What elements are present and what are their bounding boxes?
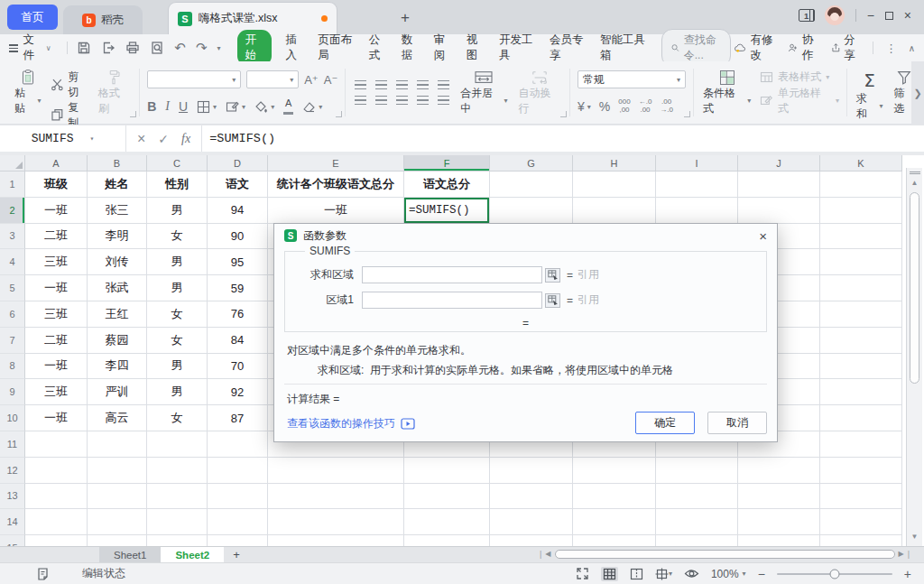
cell-I15[interactable]: [656, 535, 738, 546]
record-status-icon[interactable]: [36, 567, 51, 581]
align-top-icon[interactable]: [355, 80, 366, 89]
cancel-entry-icon[interactable]: ×: [137, 131, 145, 147]
merge-center-button[interactable]: 合并居中▾: [458, 68, 509, 118]
name-box-dropdown-icon[interactable]: ▾: [89, 134, 94, 143]
cell-G14[interactable]: [490, 509, 573, 535]
cell-D14[interactable]: [208, 509, 268, 535]
share-button[interactable]: 分享: [831, 32, 862, 63]
row-header-1[interactable]: 1: [0, 171, 25, 198]
cancel-button[interactable]: 取消: [707, 412, 767, 434]
cell-H12[interactable]: [573, 458, 656, 484]
cell-I12[interactable]: [656, 458, 738, 484]
range-picker-icon[interactable]: [545, 293, 560, 308]
cell-B11[interactable]: [88, 431, 147, 458]
font-dialog-launcher[interactable]: [336, 111, 342, 117]
row-header-2[interactable]: 2: [0, 198, 25, 224]
cell-I13[interactable]: [656, 484, 738, 510]
column-header-K[interactable]: K: [820, 155, 902, 171]
cell-A15[interactable]: [25, 535, 88, 546]
window-manager-badge[interactable]: 1: [799, 9, 814, 22]
cell-J12[interactable]: [738, 458, 820, 484]
cell-F14[interactable]: [404, 509, 490, 535]
currency-format-button[interactable]: ¥▾: [578, 99, 591, 114]
new-document-tab-button[interactable]: +: [401, 9, 410, 27]
cell-D1[interactable]: 语文: [208, 171, 268, 198]
maximize-button[interactable]: [885, 12, 893, 20]
collapse-ribbon-icon[interactable]: ∧: [909, 43, 915, 53]
zoom-slider[interactable]: [777, 573, 892, 575]
formula-input[interactable]: [202, 132, 924, 145]
row-header-6[interactable]: 6: [0, 301, 25, 328]
cell-D15[interactable]: [208, 535, 268, 546]
cell-K4[interactable]: [820, 249, 902, 275]
cell-C8[interactable]: 男: [147, 354, 208, 380]
cell-C6[interactable]: 女: [147, 301, 208, 328]
cell-I1[interactable]: [656, 171, 738, 198]
justify-icon[interactable]: [417, 96, 429, 105]
cell-K11[interactable]: [820, 431, 902, 458]
cell-B3[interactable]: 李明: [88, 224, 147, 250]
scroll-right-icon[interactable]: ▶: [899, 550, 904, 558]
home-tab[interactable]: 首页: [7, 5, 58, 30]
cell-C13[interactable]: [147, 484, 208, 510]
function-tips-link[interactable]: 查看该函数的操作技巧: [287, 416, 415, 431]
cell-G13[interactable]: [490, 484, 573, 510]
cell-B9[interactable]: 严训: [88, 379, 147, 405]
comma-format-button[interactable]: 000,00: [618, 98, 630, 115]
zoom-out-button[interactable]: −: [758, 567, 765, 581]
align-center-icon[interactable]: [375, 96, 387, 105]
cell-J13[interactable]: [738, 484, 820, 510]
cell-A6[interactable]: 三班: [25, 301, 88, 328]
cell-A9[interactable]: 三班: [25, 379, 88, 405]
sheet-tab-Sheet2[interactable]: Sheet2: [161, 547, 224, 562]
cell-A5[interactable]: 一班: [25, 275, 88, 301]
column-header-A[interactable]: A: [25, 155, 88, 171]
align-left-icon[interactable]: [355, 96, 366, 105]
conditional-format-button[interactable]: 条件格式▾: [701, 68, 753, 118]
ok-button[interactable]: 确定: [635, 412, 695, 434]
cell-K3[interactable]: [820, 224, 902, 250]
zoom-slider-knob[interactable]: [829, 569, 839, 579]
cell-K1[interactable]: [820, 171, 902, 198]
cell-F1[interactable]: 语文总分: [404, 171, 490, 198]
page-break-view-icon[interactable]: [630, 568, 643, 580]
cell-B7[interactable]: 蔡园: [88, 328, 147, 354]
confirm-entry-icon[interactable]: ✓: [158, 132, 169, 146]
cell-B6[interactable]: 王红: [88, 301, 147, 328]
cell-D4[interactable]: 95: [208, 249, 268, 275]
split-handle[interactable]: [910, 171, 920, 174]
decrease-font-icon[interactable]: A⁻: [324, 73, 338, 87]
cell-B15[interactable]: [88, 535, 147, 546]
italic-button[interactable]: I: [165, 99, 170, 114]
cell-B2[interactable]: 张三: [88, 198, 147, 224]
cell-C10[interactable]: 女: [147, 405, 208, 431]
cell-E15[interactable]: [268, 535, 404, 546]
cell-B8[interactable]: 李四: [88, 354, 147, 380]
add-sheet-button[interactable]: +: [224, 547, 249, 562]
cell-A14[interactable]: [25, 509, 88, 535]
cell-B5[interactable]: 张武: [88, 275, 147, 301]
underline-button[interactable]: U: [179, 99, 188, 114]
cell-B13[interactable]: [88, 484, 147, 510]
increase-indent-icon[interactable]: [438, 80, 449, 89]
cell-E13[interactable]: [268, 484, 404, 510]
font-color-button[interactable]: A: [283, 98, 293, 115]
cell-J1[interactable]: [738, 171, 820, 198]
menu-tab-页面布局[interactable]: 页面布局: [319, 32, 355, 63]
menu-tab-视图[interactable]: 视图: [467, 32, 485, 63]
cell-B1[interactable]: 姓名: [88, 171, 147, 198]
cell-B10[interactable]: 高云: [88, 405, 147, 431]
font-size-select[interactable]: ▾: [246, 70, 299, 88]
cell-C9[interactable]: 男: [147, 379, 208, 405]
row-header-4[interactable]: 4: [0, 249, 25, 275]
decrease-indent-icon[interactable]: [417, 80, 429, 89]
borders-button[interactable]: ▾: [197, 100, 217, 114]
cell-C7[interactable]: 女: [147, 328, 208, 354]
cell-H15[interactable]: [573, 535, 656, 546]
cloud-sync-status[interactable]: 有修改: [735, 32, 776, 63]
zoom-level-select[interactable]: 100% ▾: [711, 568, 746, 580]
menu-tab-开始[interactable]: 开始: [237, 30, 272, 66]
cell-F12[interactable]: [404, 458, 490, 484]
cell-style-button[interactable]: 单元格样式▾: [760, 86, 839, 116]
export-icon[interactable]: [101, 41, 116, 55]
